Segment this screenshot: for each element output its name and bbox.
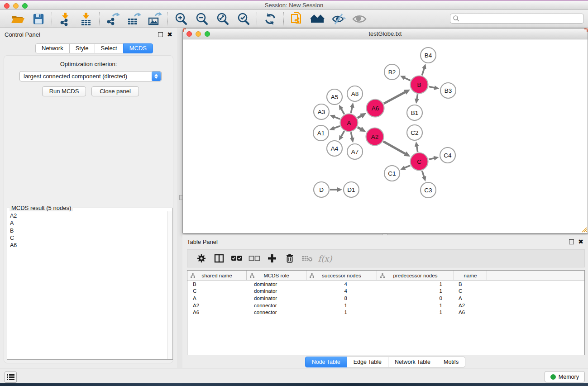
network-close-button[interactable] (186, 31, 192, 37)
edge-A-A4[interactable] (341, 131, 344, 137)
table-row[interactable]: A6connector11A6 (187, 309, 584, 316)
criterion-dropdown[interactable]: largest connected component (directed) (19, 71, 162, 81)
edge-A-A7[interactable] (351, 132, 352, 139)
search-input[interactable] (460, 15, 583, 22)
table-row[interactable]: A2connector11A2 (187, 302, 584, 309)
export-table-button[interactable] (125, 12, 142, 26)
network-maximize-button[interactable] (205, 31, 210, 37)
edge-A-A8[interactable] (351, 106, 352, 113)
cell[interactable]: B (187, 281, 247, 287)
result-scrollbar[interactable] (167, 211, 172, 359)
cell[interactable]: A (187, 295, 247, 301)
cell[interactable]: connector (247, 303, 306, 308)
cell[interactable]: 1 (377, 288, 454, 294)
column-header-shared-name[interactable]: shared name (187, 271, 247, 280)
zoom-selected-button[interactable] (235, 12, 252, 26)
cell[interactable]: A2 (454, 303, 487, 308)
function-builder-button[interactable]: f(x) (318, 252, 332, 265)
edge-B-B4[interactable] (422, 68, 424, 76)
maximize-window-button[interactable] (22, 3, 28, 9)
cell[interactable]: A6 (187, 310, 247, 315)
cell[interactable]: 1 (306, 303, 377, 308)
edge-C-C4[interactable] (429, 158, 435, 159)
network-canvas[interactable]: B4B2BB3A8A5A6A3B1AA1C2A2A4A7C4CC1DD1C3 (183, 39, 588, 233)
cell[interactable]: B (454, 281, 487, 287)
edge-B-B2[interactable] (404, 77, 410, 81)
edge-B-B3[interactable] (429, 86, 435, 88)
cell[interactable]: dominator (247, 295, 306, 301)
edge-C-C3[interactable] (422, 171, 425, 177)
refresh-view-button[interactable] (262, 12, 279, 26)
select-all-button[interactable] (230, 252, 244, 265)
zoom-fit-button[interactable] (214, 12, 231, 26)
tab-select[interactable]: Select (95, 43, 124, 53)
table-row[interactable]: Bdominator41B (187, 281, 584, 288)
network-window-titlebar[interactable]: testGlobe.txt (183, 29, 588, 39)
column-header-predecessor-nodes[interactable]: predecessor nodes (377, 271, 454, 280)
result-item[interactable]: A6 (10, 242, 167, 249)
cell[interactable]: C (454, 288, 487, 294)
import-network-button[interactable] (57, 12, 74, 26)
cell[interactable]: A (454, 295, 487, 301)
edge-C-C2[interactable] (416, 146, 417, 152)
network-graph[interactable]: B4B2BB3A8A5A6A3B1AA1C2A2A4A7C4CC1DD1C3 (183, 39, 588, 233)
zoom-out-button[interactable] (193, 12, 210, 26)
edge-A-A5[interactable] (341, 108, 344, 114)
table-row[interactable]: Adominator80A (187, 295, 584, 302)
cell[interactable]: 1 (377, 303, 454, 308)
cell[interactable]: A6 (454, 310, 487, 315)
show-all-button[interactable] (351, 12, 368, 26)
column-header-successor-nodes[interactable]: successor nodes (306, 271, 377, 280)
column-header-name[interactable]: name (454, 271, 487, 280)
export-network-button[interactable] (104, 12, 121, 26)
cell[interactable]: dominator (247, 288, 306, 294)
save-session-button[interactable] (30, 12, 47, 26)
delete-column-button[interactable] (283, 252, 296, 265)
edge-A2-C[interactable] (383, 142, 406, 154)
result-item[interactable]: C (10, 234, 167, 242)
close-panel-button[interactable]: Close panel (91, 86, 139, 96)
minimize-window-button[interactable] (13, 3, 19, 9)
edge-A6-B[interactable] (384, 92, 406, 104)
close-table-panel-icon[interactable]: ✖ (578, 239, 583, 244)
import-table-button[interactable] (77, 12, 95, 26)
result-item[interactable]: A (10, 219, 167, 227)
cell[interactable]: 0 (377, 295, 454, 301)
open-file-button[interactable] (9, 12, 26, 26)
node-table[interactable]: shared nameMCDS rolesuccessor nodesprede… (187, 270, 585, 355)
tab-node-table[interactable]: Node Table (305, 357, 347, 367)
tab-network[interactable]: Network (35, 43, 70, 53)
tab-network-table[interactable]: Network Table (388, 357, 437, 367)
cell[interactable]: 4 (306, 281, 377, 287)
cell[interactable]: 1 (377, 310, 454, 315)
cell[interactable]: dominator (247, 281, 306, 287)
edge-A-A1[interactable] (333, 126, 340, 128)
mcds-result-list[interactable]: A2ABCA6 (8, 211, 167, 359)
cell[interactable]: connector (247, 310, 306, 315)
hide-selected-button[interactable] (330, 12, 347, 26)
tab-style[interactable]: Style (69, 43, 95, 53)
column-visibility-button[interactable] (212, 252, 226, 265)
add-column-button[interactable] (265, 252, 279, 265)
memory-button[interactable]: Memory (545, 371, 585, 382)
edge-A-A3[interactable] (334, 117, 340, 119)
table-row[interactable]: Cdominator41C (187, 288, 584, 295)
table-options-button[interactable] (195, 252, 208, 265)
cell[interactable]: 8 (306, 295, 377, 301)
close-panel-icon[interactable]: ✖ (167, 32, 172, 37)
close-window-button[interactable] (4, 3, 10, 9)
float-table-panel-icon[interactable] (569, 239, 574, 244)
cell[interactable]: C (187, 288, 247, 294)
cell[interactable]: 4 (306, 288, 377, 294)
deselect-all-button[interactable] (248, 252, 261, 265)
result-item[interactable]: A2 (10, 212, 167, 219)
cell[interactable]: 1 (377, 281, 454, 287)
task-history-button[interactable] (5, 372, 17, 383)
result-item[interactable]: B (10, 227, 167, 234)
tab-edge-table[interactable]: Edge Table (347, 357, 388, 367)
edge-C-C1[interactable] (404, 166, 411, 168)
float-panel-icon[interactable] (158, 32, 163, 37)
search-field[interactable] (450, 14, 584, 24)
first-neighbors-button[interactable] (309, 12, 326, 26)
delete-table-button[interactable] (301, 252, 314, 265)
